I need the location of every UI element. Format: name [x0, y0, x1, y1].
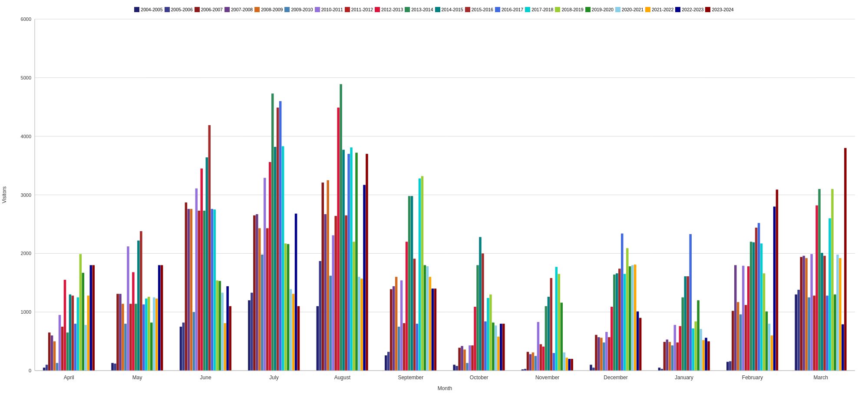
legend-label: 2012-2013: [381, 7, 403, 12]
legend-item: 2014-2015: [435, 7, 463, 12]
legend-item: 2022-2023: [675, 7, 703, 12]
legend-label: 2005-2006: [171, 7, 193, 12]
legend-item: 2007-2008: [224, 7, 253, 12]
legend-item: 2017-2018: [525, 7, 553, 12]
legend-label: 2023-2024: [712, 7, 733, 12]
legend-item: 2008-2009: [254, 7, 283, 12]
legend-color: [705, 7, 710, 12]
legend-color: [315, 7, 320, 12]
legend-label: 2019-2020: [592, 7, 614, 12]
legend-label: 2021-2022: [652, 7, 673, 12]
legend-color: [224, 7, 230, 12]
chart-container: 2004-20052005-20062006-20072007-20082008…: [0, 0, 868, 401]
legend-item: 2013-2014: [405, 7, 433, 12]
legend-label: 2011-2012: [351, 7, 373, 12]
legend-label: 2008-2009: [261, 7, 283, 12]
legend-color: [254, 7, 260, 12]
legend: 2004-20052005-20062006-20072007-20082008…: [0, 4, 868, 15]
legend-item: 2020-2021: [615, 7, 644, 12]
legend-label: 2015-2016: [472, 7, 493, 12]
legend-item: 2012-2013: [375, 7, 403, 12]
legend-label: 2017-2018: [531, 7, 553, 12]
legend-item: 2023-2024: [705, 7, 733, 12]
legend-color: [645, 7, 650, 12]
legend-label: 2010-2011: [321, 7, 343, 12]
legend-color: [375, 7, 380, 12]
legend-color: [525, 7, 530, 12]
legend-item: 2004-2005: [134, 7, 162, 12]
legend-item: 2009-2010: [284, 7, 313, 12]
legend-color: [165, 7, 170, 12]
legend-label: 2014-2015: [442, 7, 463, 12]
legend-color: [345, 7, 350, 12]
main-chart: [0, 15, 868, 397]
legend-color: [405, 7, 410, 12]
legend-item: 2006-2007: [195, 7, 223, 12]
legend-color: [585, 7, 591, 12]
legend-item: 2016-2017: [495, 7, 523, 12]
legend-color: [435, 7, 440, 12]
legend-color: [495, 7, 500, 12]
legend-label: 2007-2008: [231, 7, 253, 12]
legend-item: 2021-2022: [645, 7, 673, 12]
legend-color: [555, 7, 560, 12]
legend-label: 2009-2010: [291, 7, 313, 12]
legend-color: [134, 7, 139, 12]
legend-color: [675, 7, 680, 12]
legend-color: [465, 7, 470, 12]
legend-color: [615, 7, 620, 12]
legend-label: 2013-2014: [411, 7, 433, 12]
legend-label: 2016-2017: [502, 7, 523, 12]
legend-label: 2004-2005: [141, 7, 162, 12]
legend-label: 2020-2021: [622, 7, 644, 12]
legend-item: 2018-2019: [555, 7, 583, 12]
legend-item: 2005-2006: [165, 7, 193, 12]
legend-item: 2015-2016: [465, 7, 493, 12]
legend-label: 2022-2023: [682, 7, 703, 12]
legend-label: 2018-2019: [561, 7, 583, 12]
legend-item: 2019-2020: [585, 7, 614, 12]
legend-item: 2010-2011: [315, 7, 343, 12]
chart-title: [0, 0, 868, 4]
legend-item: 2011-2012: [345, 7, 373, 12]
legend-color: [195, 7, 200, 12]
legend-color: [284, 7, 290, 12]
legend-label: 2006-2007: [201, 7, 223, 12]
